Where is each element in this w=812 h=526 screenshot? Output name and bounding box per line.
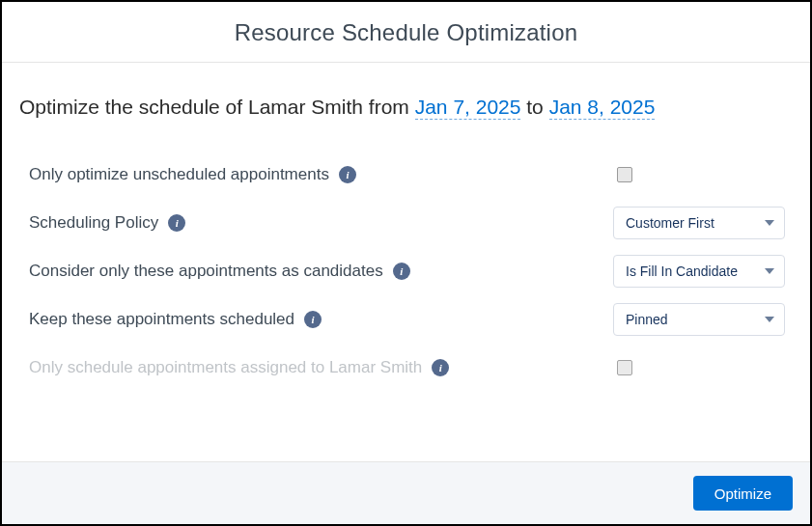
dialog-footer: Optimize: [2, 461, 810, 524]
label-group: Scheduling Policy i: [29, 213, 185, 233]
optimize-button[interactable]: Optimize: [693, 476, 793, 511]
summary-mid1: from: [363, 96, 415, 118]
keep-scheduled-select[interactable]: Pinned: [613, 303, 785, 336]
keep-scheduled-label: Keep these appointments scheduled: [29, 310, 294, 329]
label-group: Keep these appointments scheduled i: [29, 310, 322, 329]
row-only-assigned: Only schedule appointments assigned to L…: [19, 345, 793, 391]
row-only-unscheduled: Only optimize unscheduled appointments i: [19, 152, 793, 198]
row-scheduling-policy: Scheduling Policy i Customer First: [19, 200, 793, 246]
summary-mid2: to: [520, 96, 548, 118]
dialog-title: Resource Schedule Optimization: [2, 19, 810, 46]
end-date-link[interactable]: Jan 8, 2025: [549, 96, 656, 120]
control-area: [613, 360, 785, 375]
row-keep-scheduled: Keep these appointments scheduled i Pinn…: [19, 296, 793, 343]
start-date-link[interactable]: Jan 7, 2025: [415, 96, 521, 120]
info-icon[interactable]: i: [168, 214, 185, 232]
control-area: Is Fill In Candidate: [613, 255, 785, 288]
scheduling-policy-label: Scheduling Policy: [29, 213, 158, 233]
label-group: Only optimize unscheduled appointments i: [29, 165, 356, 184]
summary-sentence: Optimize the schedule of Lamar Smith fro…: [19, 96, 793, 119]
summary-prefix: Optimize the schedule of: [19, 96, 248, 118]
candidates-selected: Is Fill In Candidate: [626, 263, 738, 279]
chevron-down-icon: [765, 268, 774, 274]
only-assigned-label: Only schedule appointments assigned to L…: [29, 358, 422, 377]
dialog-body: Optimize the schedule of Lamar Smith fro…: [2, 63, 810, 461]
chevron-down-icon: [765, 317, 774, 322]
only-assigned-checkbox: [617, 360, 632, 375]
row-candidates: Consider only these appointments as cand…: [19, 248, 793, 294]
candidates-select[interactable]: Is Fill In Candidate: [613, 255, 785, 288]
control-area: [613, 167, 785, 182]
candidates-label: Consider only these appointments as cand…: [29, 262, 383, 281]
info-icon[interactable]: i: [393, 263, 410, 280]
info-icon[interactable]: i: [339, 166, 356, 183]
info-icon[interactable]: i: [432, 359, 449, 376]
info-icon[interactable]: i: [304, 311, 322, 328]
chevron-down-icon: [765, 220, 774, 226]
only-unscheduled-label: Only optimize unscheduled appointments: [29, 165, 329, 184]
scheduling-policy-selected: Customer First: [626, 215, 714, 231]
only-unscheduled-checkbox[interactable]: [617, 167, 632, 182]
scheduling-policy-select[interactable]: Customer First: [613, 207, 785, 239]
label-group: Only schedule appointments assigned to L…: [29, 358, 449, 377]
control-area: Pinned: [613, 303, 785, 336]
label-group: Consider only these appointments as cand…: [29, 262, 410, 281]
dialog-header: Resource Schedule Optimization: [2, 2, 810, 63]
rso-dialog: Resource Schedule Optimization Optimize …: [0, 0, 812, 526]
keep-scheduled-selected: Pinned: [626, 312, 668, 327]
control-area: Customer First: [613, 207, 785, 239]
summary-resource-name: Lamar Smith: [248, 96, 363, 118]
